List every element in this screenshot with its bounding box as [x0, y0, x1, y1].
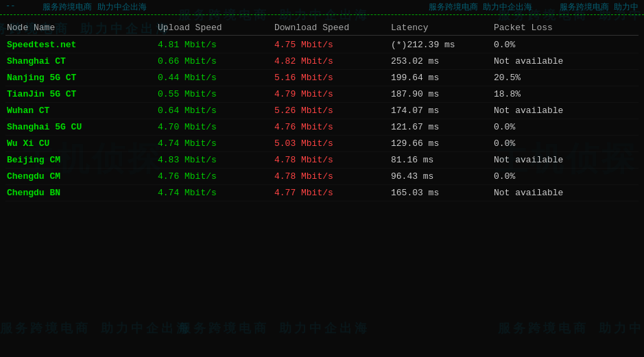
top-bar-spacer — [174, 1, 401, 13]
watermark-bottom-right: 服务跨境电商 助力中 — [498, 320, 644, 336]
cell-latency: 81.16 ms — [390, 154, 492, 166]
top-bar-text1: 服务跨境电商 助力中企出海 — [43, 1, 146, 13]
cell-download: 4.79 Mbit/s — [273, 88, 390, 100]
cell-node: Wuhan CT — [5, 105, 156, 116]
cell-upload: 0.44 Mbit/s — [156, 72, 273, 84]
header-latency: Latency — [390, 22, 492, 34]
cell-latency: 96.43 ms — [390, 171, 492, 182]
cell-latency: 253.02 ms — [390, 56, 492, 67]
watermark-bottom-mid: 服务跨境电商 助力中企出海 — [178, 320, 370, 336]
header-upload: Upload Speed — [156, 22, 273, 34]
header-packetloss: Packet Loss — [492, 22, 595, 34]
cell-latency: 121.67 ms — [390, 121, 492, 133]
cell-packetloss: 18.8% — [492, 88, 595, 100]
cell-upload: 4.70 Mbit/s — [156, 121, 273, 133]
cell-node: Shanghai 5G CU — [5, 121, 156, 133]
cell-packetloss: 0.0% — [492, 121, 595, 133]
cell-node: Beijing CM — [5, 154, 156, 166]
cell-upload: 4.83 Mbit/s — [156, 154, 273, 166]
cell-node: Chengdu CM — [5, 171, 156, 182]
cell-node: Chengdu BN — [5, 187, 156, 199]
cell-download: 5.03 Mbit/s — [273, 138, 390, 149]
watermark-bottom-left: 服务跨境电商 助力中企出海 — [0, 320, 191, 336]
cell-download: 4.82 Mbit/s — [273, 56, 390, 67]
cell-node: Shanghai CT — [5, 56, 156, 67]
cell-upload: 4.81 Mbit/s — [156, 39, 273, 51]
cell-upload: 4.74 Mbit/s — [156, 187, 273, 199]
cell-packetloss: 0.0% — [492, 171, 595, 182]
cell-latency: 174.07 ms — [390, 105, 492, 116]
cell-latency: 165.03 ms — [390, 187, 492, 199]
table-body: Speedtest.net4.81 Mbit/s4.75 Mbit/s(*)21… — [5, 37, 639, 201]
top-bar-text3: 服务跨境电商 助力中 — [560, 1, 639, 13]
cell-latency: 129.66 ms — [390, 138, 492, 149]
cell-download: 5.26 Mbit/s — [273, 105, 390, 116]
speed-test-table: Node Name Upload Speed Download Speed La… — [0, 18, 644, 204]
table-header-row: Node Name Upload Speed Download Speed La… — [5, 21, 639, 36]
table-row: Wuhan CT0.64 Mbit/s5.26 Mbit/s174.07 msN… — [5, 103, 639, 119]
cell-latency: (*)212.39 ms — [390, 39, 492, 51]
cell-download: 4.75 Mbit/s — [273, 39, 390, 51]
table-row: Shanghai CT0.66 Mbit/s4.82 Mbit/s253.02 … — [5, 53, 639, 70]
cell-download: 4.76 Mbit/s — [273, 121, 390, 133]
cell-packetloss: Not available — [492, 187, 595, 199]
cell-packetloss: 0.0% — [492, 39, 595, 51]
cell-download: 4.78 Mbit/s — [273, 171, 390, 182]
cell-packetloss: 20.5% — [492, 72, 595, 84]
header-node: Node Name — [5, 22, 156, 34]
cell-packetloss: 0.0% — [492, 138, 595, 149]
cell-node: TianJin 5G CT — [5, 88, 156, 100]
cell-node: Wu Xi CU — [5, 138, 156, 149]
cell-packetloss: Not available — [492, 56, 595, 67]
table-row: Speedtest.net4.81 Mbit/s4.75 Mbit/s(*)21… — [5, 37, 639, 53]
top-bar-text2: 服务跨境电商 助力中企出海 — [429, 1, 532, 13]
top-bar-dash: -- — [5, 1, 15, 13]
cell-download: 4.77 Mbit/s — [273, 187, 390, 199]
top-bar: -- 服务跨境电商 助力中企出海 服务跨境电商 助力中企出海 服务跨境电商 助力… — [0, 0, 644, 15]
table-row: Wu Xi CU4.74 Mbit/s5.03 Mbit/s129.66 ms0… — [5, 136, 639, 152]
cell-latency: 199.64 ms — [390, 72, 492, 84]
table-row: Beijing CM4.83 Mbit/s4.78 Mbit/s81.16 ms… — [5, 152, 639, 169]
cell-upload: 0.66 Mbit/s — [156, 56, 273, 67]
table-row: Shanghai 5G CU4.70 Mbit/s4.76 Mbit/s121.… — [5, 119, 639, 136]
table-row: Chengdu BN4.74 Mbit/s4.77 Mbit/s165.03 m… — [5, 185, 639, 201]
cell-node: Nanjing 5G CT — [5, 72, 156, 84]
cell-packetloss: Not available — [492, 154, 595, 166]
cell-upload: 0.55 Mbit/s — [156, 88, 273, 100]
header-download: Download Speed — [273, 22, 390, 34]
cell-download: 5.16 Mbit/s — [273, 72, 390, 84]
table-row: Chengdu CM4.76 Mbit/s4.78 Mbit/s96.43 ms… — [5, 169, 639, 185]
cell-upload: 4.74 Mbit/s — [156, 138, 273, 149]
cell-node: Speedtest.net — [5, 39, 156, 51]
cell-upload: 4.76 Mbit/s — [156, 171, 273, 182]
table-row: Nanjing 5G CT0.44 Mbit/s5.16 Mbit/s199.6… — [5, 70, 639, 86]
cell-download: 4.78 Mbit/s — [273, 154, 390, 166]
cell-upload: 0.64 Mbit/s — [156, 105, 273, 116]
table-row: TianJin 5G CT0.55 Mbit/s4.79 Mbit/s187.9… — [5, 86, 639, 103]
cell-packetloss: Not available — [492, 105, 595, 116]
cell-latency: 187.90 ms — [390, 88, 492, 100]
